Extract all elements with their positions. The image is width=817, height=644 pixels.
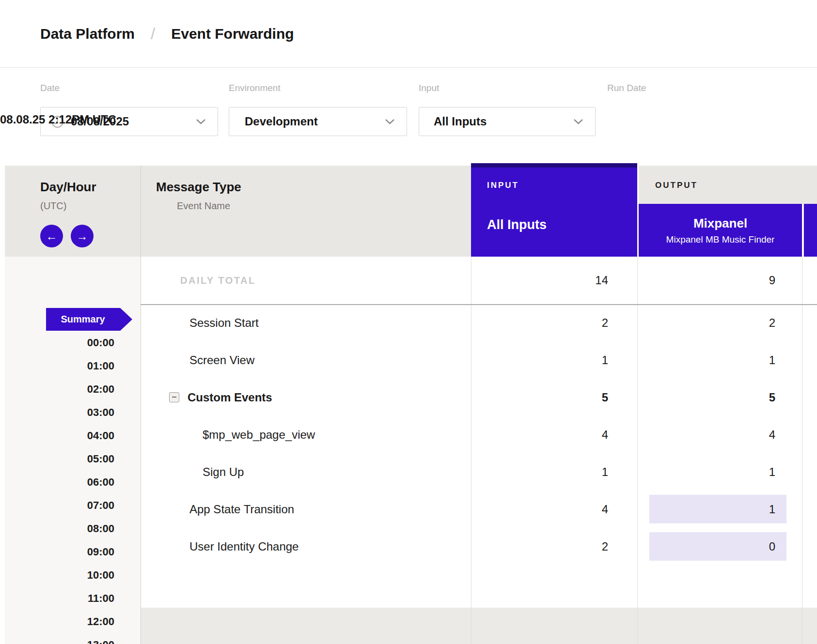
hour-item[interactable]: 06:00 xyxy=(0,471,114,494)
output-count: 1 xyxy=(637,491,775,528)
input-count: 4 xyxy=(471,491,608,528)
environment-label: Environment xyxy=(229,83,281,93)
event-forwarding-page: Data Platform / Event Forwarding Date En… xyxy=(0,0,817,644)
next-day-button[interactable]: → xyxy=(71,225,94,247)
arrow-right-icon: → xyxy=(77,230,88,243)
hour-item[interactable]: 07:00 xyxy=(0,494,114,517)
output-count: 5 xyxy=(637,379,775,416)
table-row-screen-view[interactable]: Screen View 1 1 xyxy=(141,341,817,379)
table-row-custom-events[interactable]: Custom Events 5 5 xyxy=(141,379,817,416)
input-dropdown[interactable]: All Inputs xyxy=(419,107,596,136)
chevron-down-icon xyxy=(196,119,206,124)
day-hour-title: Day/Hour xyxy=(40,180,96,195)
input-count: 4 xyxy=(471,416,608,453)
input-column-name: All Inputs xyxy=(487,217,547,232)
output-count: 2 xyxy=(637,304,775,341)
event-label: Session Start xyxy=(189,304,259,341)
breadcrumb-bar: Data Platform / Event Forwarding xyxy=(0,0,817,68)
hour-item[interactable]: 04:00 xyxy=(0,424,114,447)
hour-item[interactable]: 08:00 xyxy=(0,517,114,540)
output-section-label: OUTPUT xyxy=(655,181,698,190)
table-row-session-start[interactable]: Session Start 2 2 xyxy=(141,304,817,341)
event-label: $mp_web_page_view xyxy=(203,416,315,453)
chevron-down-icon xyxy=(573,119,583,124)
input-count: 2 xyxy=(471,304,608,341)
day-hour-subtitle: (UTC) xyxy=(40,200,66,212)
breadcrumb-event-forwarding: Event Forwarding xyxy=(171,26,294,42)
output-count: 4 xyxy=(637,416,775,453)
filter-bar: Date Environment Input Run Date 08/08/20… xyxy=(0,68,817,166)
message-type-subtitle: Event Name xyxy=(177,200,230,212)
hour-item[interactable]: 02:00 xyxy=(0,378,114,401)
daily-total-input-value: 14 xyxy=(471,257,608,304)
event-label: Custom Events xyxy=(188,379,272,416)
hour-item[interactable]: 13:00 xyxy=(0,633,114,644)
event-label: User Identity Change xyxy=(189,528,299,565)
table-row-sign-up[interactable]: Sign Up 1 1 xyxy=(141,453,817,491)
hour-item[interactable]: 11:00 xyxy=(0,587,114,610)
chevron-down-icon xyxy=(385,119,395,124)
output-column-name: Mixpanel xyxy=(693,216,747,231)
hour-item[interactable]: 12:00 xyxy=(0,610,114,633)
run-date-label: Run Date xyxy=(607,83,646,93)
output-count: 1 xyxy=(637,453,775,491)
prev-day-button[interactable]: ← xyxy=(40,225,63,247)
table-row-app-state-transition[interactable]: App State Transition 4 1 xyxy=(141,491,817,528)
hour-item[interactable]: 05:00 xyxy=(0,447,114,471)
breadcrumb-separator: / xyxy=(151,25,155,43)
event-label: App State Transition xyxy=(189,491,294,528)
hour-item[interactable]: 01:00 xyxy=(0,354,114,378)
output-column-subtitle: Mixpanel MB Music Finder xyxy=(666,234,775,245)
summary-badge[interactable]: Summary xyxy=(46,308,132,331)
hour-item[interactable]: 09:00 xyxy=(0,540,114,564)
output-column-header-next-partial[interactable] xyxy=(804,204,817,257)
output-count: 0 xyxy=(637,528,775,565)
input-label: Input xyxy=(419,83,439,93)
table-row-mp-web-page-view[interactable]: $mp_web_page_view 4 4 xyxy=(141,416,817,453)
environment-value: Development xyxy=(245,115,318,128)
collapse-icon[interactable] xyxy=(169,392,179,402)
input-count: 1 xyxy=(471,453,608,491)
hour-item[interactable]: 03:00 xyxy=(0,401,114,424)
run-date-value: 08.08.25 2:12PM UTC xyxy=(0,113,116,126)
output-column-header-mixpanel[interactable]: Mixpanel Mixpanel MB Music Finder xyxy=(639,204,803,257)
event-label: Screen View xyxy=(189,341,254,379)
arrow-left-icon: ← xyxy=(46,230,58,243)
hour-item[interactable]: 00:00 xyxy=(0,331,114,354)
daily-total-output-value: 9 xyxy=(637,257,775,304)
date-label: Date xyxy=(40,83,60,93)
input-column-accent-strip xyxy=(471,163,637,168)
breadcrumb: Data Platform / Event Forwarding xyxy=(40,0,294,68)
hour-list: 00:00 01:00 02:00 03:00 04:00 05:00 06:0… xyxy=(0,331,114,644)
output-count: 1 xyxy=(637,341,775,379)
event-label: Sign Up xyxy=(203,453,244,491)
daily-total-label: DAILY TOTAL xyxy=(180,257,256,304)
input-count: 5 xyxy=(471,379,608,416)
message-type-title: Message Type xyxy=(156,180,241,195)
input-count: 1 xyxy=(471,341,608,379)
hour-item[interactable]: 10:00 xyxy=(0,564,114,587)
table-row-user-identity-change[interactable]: User Identity Change 2 0 xyxy=(141,528,817,565)
breadcrumb-data-platform[interactable]: Data Platform xyxy=(40,26,135,42)
input-column-header[interactable]: INPUT All Inputs xyxy=(471,163,639,257)
input-count: 2 xyxy=(471,528,608,565)
table-footer-area xyxy=(141,608,817,644)
input-value: All Inputs xyxy=(434,115,487,128)
environment-dropdown[interactable]: Development xyxy=(229,107,407,136)
input-section-label: INPUT xyxy=(487,181,519,190)
